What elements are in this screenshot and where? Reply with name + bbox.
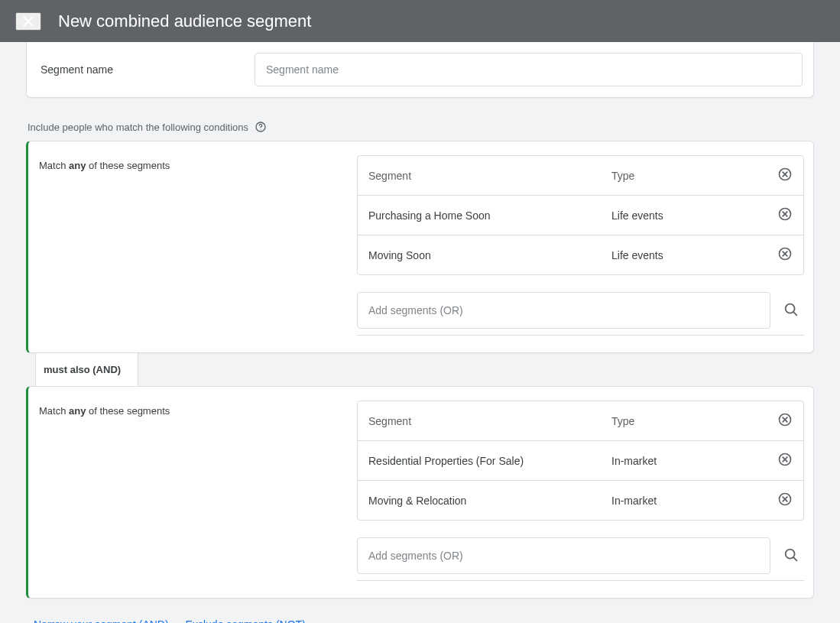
svg-line-25 <box>793 556 796 560</box>
include-intro-text: Include people who match the following c… <box>28 122 248 133</box>
table-row: Purchasing a Home Soon Life events <box>358 196 803 235</box>
divider <box>357 335 804 336</box>
match-group: Match any of these segments Segment Type… <box>26 386 814 599</box>
add-segments-input[interactable] <box>357 292 770 329</box>
segment-name-label: Segment name <box>37 63 255 76</box>
table-row: Moving & Relocation In-market <box>358 481 803 520</box>
search-button[interactable] <box>778 297 804 325</box>
col-header-segment: Segment <box>368 170 611 182</box>
exclude-segments-button[interactable]: Exclude segments (NOT) <box>186 618 306 623</box>
segment-type-cell: Life events <box>611 249 770 261</box>
table-row: Residential Properties (For Sale) In-mar… <box>358 441 803 481</box>
divider <box>357 580 804 581</box>
search-button[interactable] <box>778 542 804 570</box>
table-header-row: Segment Type <box>358 156 803 196</box>
remove-segment-button[interactable] <box>777 452 793 467</box>
close-button[interactable] <box>15 12 41 31</box>
segment-type-cell: Life events <box>611 209 770 222</box>
svg-line-14 <box>793 311 796 314</box>
dialog-header: New combined audience segment <box>0 0 840 42</box>
segment-table: Segment Type Purchasing a Home Soon Life… <box>357 155 804 275</box>
match-label: Match any of these segments <box>39 401 357 581</box>
help-icon[interactable] <box>255 121 267 133</box>
segment-name-cell: Residential Properties (For Sale) <box>368 455 611 467</box>
segment-name-cell: Moving & Relocation <box>368 495 611 507</box>
add-segments-input[interactable] <box>357 537 770 574</box>
segment-name-cell: Moving Soon <box>368 249 611 261</box>
remove-segment-button[interactable] <box>777 492 793 507</box>
remove-segment-button[interactable] <box>777 206 793 222</box>
remove-group-button[interactable] <box>777 412 793 427</box>
segment-type-cell: In-market <box>611 455 770 467</box>
footer-actions: Narrow your segment (AND) Exclude segmen… <box>26 618 814 623</box>
and-connector: must also (AND) <box>35 353 138 386</box>
col-header-type: Type <box>611 170 770 182</box>
segment-name-card: Segment name <box>26 42 814 98</box>
narrow-segment-button[interactable]: Narrow your segment (AND) <box>34 618 169 623</box>
segment-table: Segment Type Residential Properties (For… <box>357 401 804 521</box>
remove-group-button[interactable] <box>777 167 793 182</box>
segment-name-input[interactable] <box>255 53 803 86</box>
table-header-row: Segment Type <box>358 401 803 441</box>
col-header-segment: Segment <box>368 415 611 427</box>
table-row: Moving Soon Life events <box>358 235 803 274</box>
include-intro: Include people who match the following c… <box>28 121 814 133</box>
dialog-title: New combined audience segment <box>58 11 311 31</box>
segment-name-cell: Purchasing a Home Soon <box>368 209 611 222</box>
match-group: Match any of these segments Segment Type… <box>26 141 814 353</box>
remove-segment-button[interactable] <box>777 246 793 261</box>
match-label: Match any of these segments <box>39 155 357 336</box>
col-header-type: Type <box>611 415 770 427</box>
svg-point-3 <box>261 129 261 130</box>
segment-type-cell: In-market <box>611 495 770 507</box>
